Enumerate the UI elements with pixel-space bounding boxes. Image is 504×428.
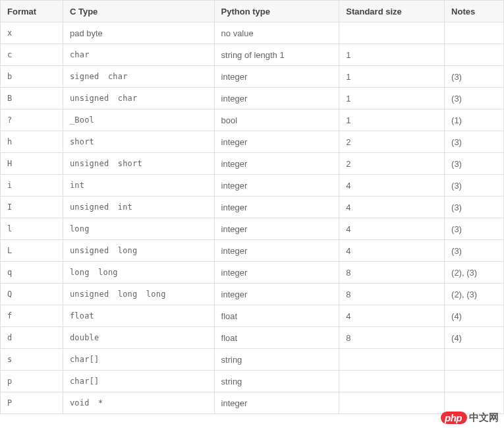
cell-notes — [445, 44, 504, 66]
table-row: xpad byteno value — [1, 22, 504, 44]
cell-notes: (4) — [445, 327, 504, 349]
table-row: Bunsigned charinteger1(3) — [1, 88, 504, 109]
cell-ctype: pad byte — [63, 22, 214, 44]
cell-format: P — [1, 392, 63, 414]
cell-python: float — [214, 327, 339, 349]
cell-stdsize: 1 — [339, 109, 445, 131]
cell-ctype: double — [63, 327, 214, 349]
cell-notes: (3) — [445, 240, 504, 262]
cell-python: string — [214, 349, 339, 371]
cell-python: integer — [214, 197, 339, 218]
cell-format: L — [1, 240, 63, 262]
table-row: bsigned charinteger1(3) — [1, 66, 504, 88]
cell-python: float — [214, 305, 339, 327]
cell-python: string of length 1 — [214, 44, 339, 66]
watermark-badge: php — [441, 412, 467, 424]
table-row: ccharstring of length 11 — [1, 44, 504, 66]
format-table: Format C Type Python type Standard size … — [0, 0, 504, 414]
cell-notes: (3) — [445, 66, 504, 88]
cell-ctype: unsigned long — [63, 240, 214, 262]
cell-ctype: unsigned int — [63, 197, 214, 218]
cell-ctype: char[] — [63, 349, 214, 371]
cell-ctype: _Bool — [63, 109, 214, 131]
cell-notes — [445, 392, 504, 414]
cell-python: integer — [214, 131, 339, 153]
table-row: Iunsigned intinteger4(3) — [1, 197, 504, 218]
cell-format: b — [1, 66, 63, 88]
table-row: Pvoid *integer — [1, 392, 504, 414]
cell-format: s — [1, 349, 63, 371]
cell-notes — [445, 22, 504, 44]
cell-ctype: signed char — [63, 66, 214, 88]
table-row: schar[]string — [1, 349, 504, 371]
cell-python: integer — [214, 218, 339, 240]
table-row: hshortinteger2(3) — [1, 131, 504, 153]
cell-notes: (3) — [445, 197, 504, 218]
cell-python: bool — [214, 109, 339, 131]
header-python: Python type — [214, 1, 339, 22]
cell-notes: (3) — [445, 131, 504, 153]
cell-format: B — [1, 88, 63, 109]
cell-ctype: long — [63, 218, 214, 240]
table-row: qlong longinteger8(2), (3) — [1, 262, 504, 284]
table-row: ddoublefloat8(4) — [1, 327, 504, 349]
cell-stdsize: 1 — [339, 66, 445, 88]
cell-format: f — [1, 305, 63, 327]
cell-stdsize — [339, 349, 445, 371]
cell-stdsize: 4 — [339, 197, 445, 218]
header-stdsize: Standard size — [339, 1, 445, 22]
cell-notes: (3) — [445, 175, 504, 197]
cell-ctype: char — [63, 44, 214, 66]
cell-notes — [445, 371, 504, 392]
cell-format: d — [1, 327, 63, 349]
cell-ctype: char[] — [63, 371, 214, 392]
cell-python: integer — [214, 66, 339, 88]
cell-ctype: unsigned long long — [63, 284, 214, 305]
cell-ctype: float — [63, 305, 214, 327]
cell-notes: (3) — [445, 88, 504, 109]
table-row: Qunsigned long longinteger8(2), (3) — [1, 284, 504, 305]
table-row: ffloatfloat4(4) — [1, 305, 504, 327]
table-row: Lunsigned longinteger4(3) — [1, 240, 504, 262]
cell-stdsize: 2 — [339, 153, 445, 175]
cell-stdsize: 4 — [339, 218, 445, 240]
watermark: php 中文网 — [441, 412, 499, 424]
cell-stdsize: 8 — [339, 262, 445, 284]
cell-stdsize: 4 — [339, 175, 445, 197]
cell-format: p — [1, 371, 63, 392]
table-row: llonginteger4(3) — [1, 218, 504, 240]
cell-stdsize: 1 — [339, 88, 445, 109]
cell-format: x — [1, 22, 63, 44]
table-row: iintinteger4(3) — [1, 175, 504, 197]
cell-stdsize: 8 — [339, 284, 445, 305]
cell-notes — [445, 349, 504, 371]
cell-python: integer — [214, 262, 339, 284]
cell-notes: (3) — [445, 218, 504, 240]
table-row: pchar[]string — [1, 371, 504, 392]
cell-stdsize — [339, 371, 445, 392]
cell-format: h — [1, 131, 63, 153]
cell-stdsize: 8 — [339, 327, 445, 349]
cell-format: I — [1, 197, 63, 218]
cell-format: H — [1, 153, 63, 175]
table-head: Format C Type Python type Standard size … — [1, 1, 504, 22]
cell-ctype: void * — [63, 392, 214, 414]
cell-python: integer — [214, 240, 339, 262]
cell-python: no value — [214, 22, 339, 44]
cell-format: q — [1, 262, 63, 284]
cell-python: integer — [214, 153, 339, 175]
table-row: ?_Boolbool1(1) — [1, 109, 504, 131]
cell-notes: (4) — [445, 305, 504, 327]
cell-python: integer — [214, 392, 339, 414]
header-format: Format — [1, 1, 63, 22]
table-row: Hunsigned shortinteger2(3) — [1, 153, 504, 175]
header-notes: Notes — [445, 1, 504, 22]
cell-format: i — [1, 175, 63, 197]
watermark-text: 中文网 — [469, 412, 499, 424]
table-body: xpad byteno valueccharstring of length 1… — [1, 22, 504, 414]
cell-python: integer — [214, 175, 339, 197]
cell-notes: (2), (3) — [445, 284, 504, 305]
cell-python: string — [214, 371, 339, 392]
cell-format: c — [1, 44, 63, 66]
cell-format: ? — [1, 109, 63, 131]
